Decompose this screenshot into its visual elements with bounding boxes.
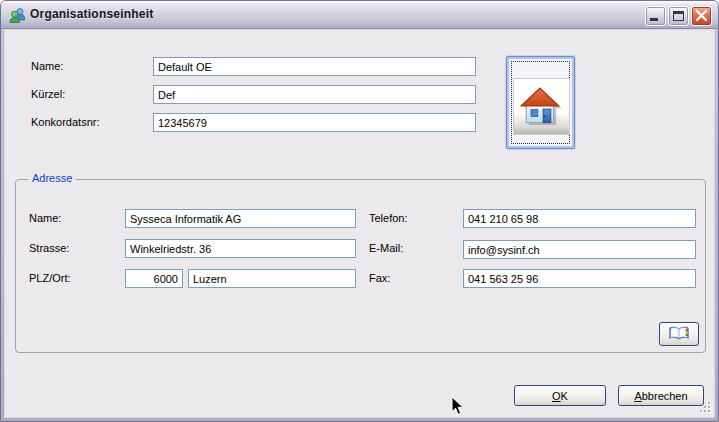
address-telefon-label: Telefon: [369, 212, 408, 224]
close-button[interactable] [691, 6, 712, 26]
house-icon [519, 84, 565, 130]
address-name-input[interactable] [125, 209, 356, 228]
org-name-input[interactable] [153, 57, 476, 76]
org-konkordatsnr-input[interactable] [153, 113, 476, 132]
resize-grip[interactable] [698, 400, 713, 415]
organisation-logo-button[interactable] [506, 56, 575, 149]
close-icon [695, 9, 708, 22]
address-ort-input[interactable] [188, 269, 356, 288]
ok-button-label: OK [552, 390, 568, 402]
address-groupbox: Adresse [15, 179, 706, 353]
address-name-label: Name: [29, 212, 61, 224]
address-plz-input[interactable] [125, 269, 183, 288]
address-email-input[interactable] [463, 240, 696, 259]
ok-button[interactable]: OK [514, 385, 606, 406]
address-book-icon [668, 326, 690, 342]
address-fax-input[interactable] [463, 269, 696, 288]
address-telefon-input[interactable] [463, 209, 696, 228]
window-title: Organisationseinheit [30, 7, 153, 21]
org-kuerzel-input[interactable] [153, 85, 476, 104]
dialog-window: Organisationseinheit Name: Kürzel: Konko… [0, 0, 719, 422]
maximize-button[interactable] [668, 6, 689, 26]
logo-image-panel [513, 78, 570, 135]
address-book-button[interactable] [659, 322, 699, 346]
titlebar[interactable]: Organisationseinheit [1, 1, 718, 29]
org-name-label: Name: [31, 60, 63, 72]
organization-users-icon [9, 7, 26, 24]
cancel-button[interactable]: Abbrechen [618, 385, 704, 406]
org-kuerzel-label: Kürzel: [31, 88, 65, 100]
address-strasse-label: Strasse: [29, 242, 69, 254]
minimize-button[interactable] [645, 6, 666, 26]
dialog-body: Name: Kürzel: Konkordatsnr: [4, 29, 715, 418]
address-email-label: E-Mail: [369, 242, 403, 254]
minimize-icon [650, 18, 658, 21]
address-groupbox-legend: Adresse [28, 172, 76, 184]
cancel-button-label: Abbrechen [634, 390, 687, 402]
address-plz-ort-label: PLZ/Ort: [29, 272, 71, 284]
address-fax-label: Fax: [369, 272, 390, 284]
address-strasse-input[interactable] [125, 239, 356, 258]
org-konkordatsnr-label: Konkordatsnr: [31, 116, 99, 128]
maximize-icon [673, 11, 684, 21]
